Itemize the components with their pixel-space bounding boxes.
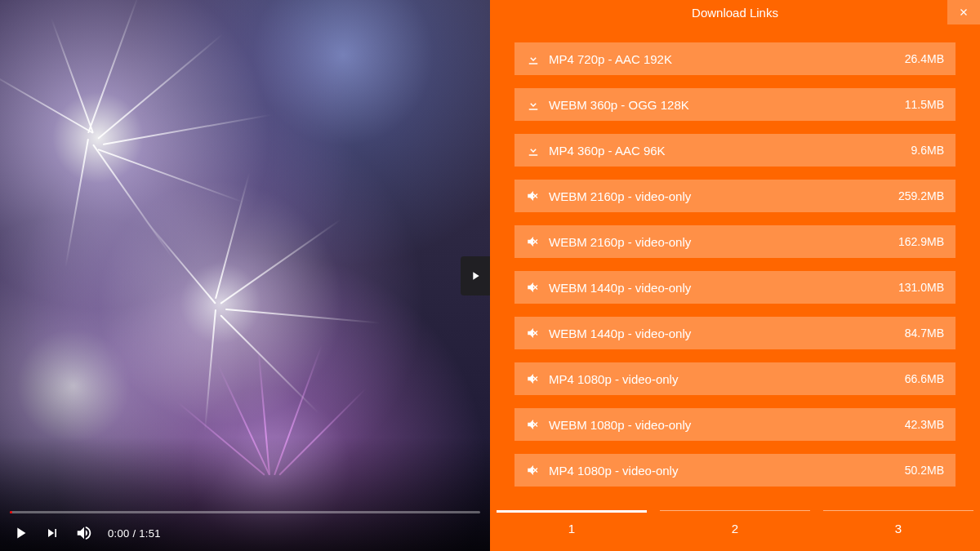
- download-label: WEBM 1440p - video-only: [549, 281, 898, 295]
- download-label: WEBM 360p - OGG 128K: [549, 98, 905, 112]
- next-button[interactable]: [44, 525, 60, 541]
- download-row[interactable]: WEBM 1080p - video-only42.3MB: [514, 408, 956, 441]
- download-size: 131.0MB: [898, 281, 944, 294]
- muted-icon: [526, 234, 541, 249]
- download-size: 9.6MB: [911, 144, 944, 157]
- volume-button[interactable]: [75, 524, 93, 542]
- muted-icon: [526, 371, 541, 386]
- close-icon: [958, 7, 969, 18]
- download-label: MP4 360p - AAC 96K: [549, 144, 911, 158]
- download-row[interactable]: MP4 360p - AAC 96K9.6MB: [514, 134, 956, 167]
- download-row[interactable]: WEBM 2160p - video-only259.2MB: [514, 180, 956, 212]
- download-row[interactable]: MP4 1080p - video-only66.6MB: [514, 362, 956, 395]
- download-label: MP4 1080p - video-only: [549, 372, 905, 386]
- download-row[interactable]: WEBM 1440p - video-only84.7MB: [514, 317, 956, 349]
- play-button[interactable]: [11, 524, 29, 542]
- download-size: 259.2MB: [898, 189, 944, 202]
- download-icon: [526, 97, 541, 112]
- progress-fill: [10, 511, 12, 513]
- muted-icon: [526, 463, 541, 478]
- download-size: 66.6MB: [905, 372, 944, 385]
- pager-page[interactable]: 3: [817, 510, 980, 546]
- download-size: 42.3MB: [905, 418, 944, 431]
- download-label: WEBM 2160p - video-only: [549, 189, 898, 203]
- download-icon: [526, 143, 541, 158]
- download-icon: [526, 51, 541, 66]
- download-size: 50.2MB: [905, 464, 944, 477]
- download-size: 162.9MB: [898, 235, 944, 248]
- muted-icon: [526, 326, 541, 340]
- pager: 123: [490, 510, 980, 551]
- download-label: WEBM 1080p - video-only: [549, 418, 905, 432]
- download-panel: Download Links MP4 720p - AAC 192K26.4MB…: [490, 0, 980, 551]
- download-row[interactable]: WEBM 1440p - video-only131.0MB: [514, 271, 956, 304]
- download-label: MP4 1080p - video-only: [549, 464, 905, 478]
- video-controls: 0:00 / 1:51: [0, 515, 490, 551]
- download-row[interactable]: MP4 1080p - video-only50.2MB: [514, 454, 956, 487]
- muted-icon: [526, 189, 541, 203]
- download-list: MP4 720p - AAC 192K26.4MBWEBM 360p - OGG…: [490, 24, 980, 510]
- muted-icon: [526, 417, 541, 432]
- download-label: MP4 720p - AAC 192K: [549, 52, 905, 66]
- time-display: 0:00 / 1:51: [108, 527, 161, 540]
- panel-header: Download Links: [490, 0, 980, 24]
- play-icon: [469, 269, 482, 282]
- download-size: 11.5MB: [905, 98, 944, 111]
- center-play-button[interactable]: [461, 256, 490, 295]
- download-row[interactable]: WEBM 360p - OGG 128K11.5MB: [514, 88, 956, 121]
- download-size: 26.4MB: [905, 52, 944, 65]
- pager-page[interactable]: 2: [653, 510, 817, 546]
- download-row[interactable]: WEBM 2160p - video-only162.9MB: [514, 225, 956, 258]
- progress-bar[interactable]: [10, 511, 480, 513]
- download-label: WEBM 1440p - video-only: [549, 327, 905, 340]
- muted-icon: [526, 280, 541, 295]
- video-player[interactable]: 0:00 / 1:51: [0, 0, 490, 551]
- app-root: 0:00 / 1:51 Download Links MP4 720p - AA…: [0, 0, 980, 551]
- pager-page[interactable]: 1: [490, 510, 653, 546]
- download-size: 84.7MB: [905, 327, 944, 340]
- download-row[interactable]: MP4 720p - AAC 192K26.4MB: [514, 42, 956, 75]
- close-button[interactable]: [947, 0, 980, 24]
- download-label: WEBM 2160p - video-only: [549, 235, 898, 249]
- panel-title: Download Links: [692, 6, 778, 20]
